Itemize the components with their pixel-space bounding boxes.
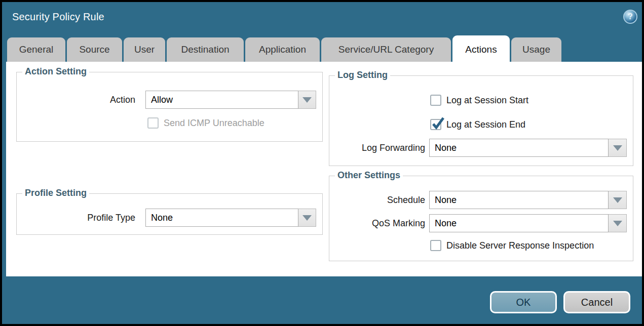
- log-setting-section: Log Setting Log at Session Start Log at …: [329, 75, 633, 166]
- profile-type-dropdown-value[interactable]: None: [145, 209, 298, 227]
- action-dropdown: Allow: [145, 91, 316, 109]
- action-dropdown-value[interactable]: Allow: [145, 91, 298, 109]
- log-forwarding-dropdown-value[interactable]: None: [429, 139, 609, 157]
- schedule-dropdown-button[interactable]: [609, 191, 627, 209]
- profile-type-dropdown-button[interactable]: [298, 209, 316, 227]
- chevron-down-icon: [613, 197, 622, 203]
- profile-setting-legend: Profile Setting: [22, 188, 89, 198]
- profile-type-dropdown: None: [145, 209, 316, 227]
- disable-server-response-inspection-label: Disable Server Response Inspection: [446, 240, 594, 251]
- action-dropdown-button[interactable]: [298, 91, 316, 109]
- ok-button[interactable]: OK: [490, 291, 557, 313]
- qos-marking-dropdown-value[interactable]: None: [429, 214, 609, 232]
- tab-actions[interactable]: Actions: [452, 35, 510, 64]
- schedule-label: Schedule: [329, 191, 425, 209]
- send-icmp-unreachable-checkbox: [147, 117, 159, 129]
- check-icon: [431, 116, 445, 131]
- log-session-end-checkbox[interactable]: [430, 119, 441, 130]
- tab-content-panel: Action Setting Action Allow Send ICMP Un…: [6, 62, 642, 276]
- tab-application[interactable]: Application: [245, 37, 320, 62]
- action-label: Action: [17, 91, 135, 109]
- chevron-down-icon: [302, 215, 312, 221]
- other-settings-legend: Other Settings: [335, 170, 403, 181]
- tab-source[interactable]: Source: [67, 37, 122, 62]
- security-policy-rule-dialog: Security Policy Rule ? General Source Us…: [0, 0, 644, 326]
- disable-server-response-inspection-checkbox[interactable]: [430, 240, 441, 251]
- log-session-start-label: Log at Session Start: [446, 95, 528, 106]
- send-icmp-unreachable-label: Send ICMP Unreachable: [164, 117, 264, 129]
- tab-service-url-category[interactable]: Service/URL Category: [321, 37, 451, 62]
- action-setting-legend: Action Setting: [22, 66, 89, 77]
- other-settings-section: Other Settings Schedule None QoS Marking…: [329, 176, 633, 261]
- tab-usage[interactable]: Usage: [511, 37, 561, 62]
- chevron-down-icon: [613, 145, 622, 151]
- action-setting-section: Action Setting Action Allow Send ICMP Un…: [16, 72, 323, 142]
- schedule-dropdown: None: [429, 191, 627, 209]
- profile-type-label: Profile Type: [17, 209, 135, 227]
- help-icon[interactable]: ?: [623, 10, 637, 24]
- log-setting-legend: Log Setting: [335, 70, 390, 80]
- schedule-dropdown-value[interactable]: None: [429, 191, 609, 209]
- tab-general[interactable]: General: [7, 37, 65, 62]
- chevron-down-icon: [613, 221, 622, 226]
- qos-marking-label: QoS Marking: [329, 214, 425, 232]
- tab-destination[interactable]: Destination: [167, 37, 244, 62]
- chevron-down-icon: [302, 97, 312, 103]
- profile-setting-section: Profile Setting Profile Type None: [16, 193, 323, 235]
- log-session-start-checkbox[interactable]: [430, 95, 441, 106]
- qos-marking-dropdown-button[interactable]: [609, 214, 627, 232]
- dialog-title: Security Policy Rule: [12, 11, 104, 23]
- tab-user[interactable]: User: [124, 37, 165, 62]
- log-session-end-label: Log at Session End: [446, 119, 525, 130]
- log-forwarding-dropdown: None: [429, 139, 627, 157]
- log-forwarding-label: Log Forwarding: [329, 139, 425, 157]
- cancel-button[interactable]: Cancel: [563, 291, 630, 313]
- qos-marking-dropdown: None: [429, 214, 627, 232]
- log-forwarding-dropdown-button[interactable]: [609, 139, 627, 157]
